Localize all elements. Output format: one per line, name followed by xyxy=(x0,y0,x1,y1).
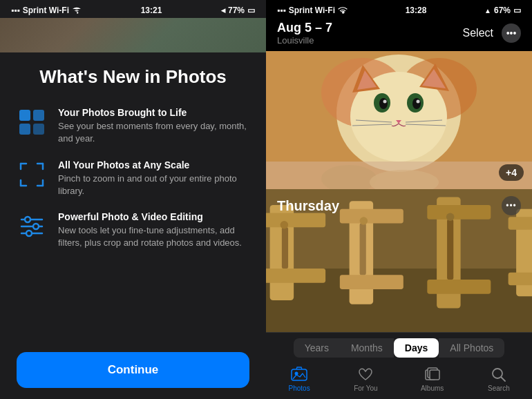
more-button-thursday[interactable]: ••• xyxy=(502,196,521,215)
wifi-icon-right xyxy=(338,6,348,14)
feature-desc-1: See your best moments from every day, mo… xyxy=(58,120,249,145)
svg-point-26 xyxy=(379,98,388,109)
more-button-header[interactable]: ••• xyxy=(502,23,521,43)
feature-item-photos-scale: All Your Photos at Any Scale Pinch to zo… xyxy=(17,159,249,197)
battery-icon-right: ▭ xyxy=(513,6,521,15)
seg-all-photos[interactable]: All Photos xyxy=(439,338,504,358)
albums-tab-icon xyxy=(424,366,441,382)
plus-count-badge: +4 xyxy=(499,164,524,181)
time-left: 13:21 xyxy=(141,6,162,15)
photos-location: Louisville xyxy=(277,35,332,46)
feature-desc-3: New tools let you fine-tune adjustments,… xyxy=(58,224,249,249)
tab-bar: Years Months Days All Photos Photos xyxy=(266,332,532,399)
thursday-header: Thursday ••• xyxy=(266,189,532,222)
whats-new-title: What's New in Photos xyxy=(17,66,249,88)
thursday-label: Thursday xyxy=(277,198,339,214)
wifi-icon xyxy=(72,6,82,14)
feature-icon-sliders xyxy=(17,211,47,242)
signal-icon-right: ▪▪▪ xyxy=(277,6,286,15)
for-you-tab-icon xyxy=(357,366,374,382)
feature-list: Your Photos Brought to Life See your bes… xyxy=(17,107,249,341)
battery-pct-right: 67% xyxy=(494,6,511,15)
photos-tab-icon xyxy=(291,366,307,382)
photos-header: Aug 5 – 7 Louisville Select ••• xyxy=(266,18,532,51)
carrier-name: Sprint Wi-Fi xyxy=(23,6,69,15)
ellipsis-icon-thursday: ••• xyxy=(506,201,517,211)
battery-info-right: ▲ 67% ▭ xyxy=(484,6,521,15)
time-right: 13:28 xyxy=(406,6,427,15)
svg-rect-53 xyxy=(509,273,532,285)
tab-icons: Photos For You xyxy=(266,362,532,399)
feature-item-editing: Powerful Photo & Video Editing New tools… xyxy=(17,211,249,249)
albums-tab-label: Albums xyxy=(421,385,444,392)
top-image-strip xyxy=(0,18,266,52)
segmented-control: Years Months Days All Photos xyxy=(266,333,532,362)
svg-rect-0 xyxy=(19,110,30,121)
feature-text-2: All Your Photos at Any Scale Pinch to zo… xyxy=(58,159,249,197)
gps-icon-right: ▲ xyxy=(484,7,491,14)
feature-text-1: Your Photos Brought to Life See your bes… xyxy=(58,107,249,145)
svg-rect-46 xyxy=(360,223,366,275)
photos-date: Aug 5 – 7 xyxy=(277,21,332,35)
thursday-container[interactable]: Thursday ••• xyxy=(266,189,532,332)
svg-rect-61 xyxy=(430,370,439,380)
svg-rect-49 xyxy=(427,280,491,294)
svg-point-27 xyxy=(412,98,421,109)
feature-title-1: Your Photos Brought to Life xyxy=(58,107,249,118)
ellipsis-icon-header: ••• xyxy=(506,28,517,39)
carrier-name-right: Sprint Wi-Fi xyxy=(289,6,335,15)
feature-item-photos-life: Your Photos Brought to Life See your bes… xyxy=(17,107,249,145)
status-bar-left: ▪▪▪ Sprint Wi-Fi 13:21 ◂ 77% ▭ xyxy=(0,0,266,18)
svg-rect-45 xyxy=(340,275,403,289)
phone-left: ▪▪▪ Sprint Wi-Fi 13:21 ◂ 77% ▭ What's Ne… xyxy=(0,0,266,399)
whats-new-content: What's New in Photos Your Photos Brought… xyxy=(0,52,266,399)
seg-years[interactable]: Years xyxy=(294,338,340,358)
cat-photo-container[interactable]: +4 xyxy=(266,51,532,189)
continue-button[interactable]: Continue xyxy=(17,352,249,388)
feature-icon-grid xyxy=(17,107,47,137)
cat-photo xyxy=(266,51,532,189)
svg-rect-42 xyxy=(282,227,288,269)
tab-search[interactable]: Search xyxy=(478,366,520,392)
feature-title-2: All Your Photos at Any Scale xyxy=(58,159,249,171)
svg-point-29 xyxy=(417,100,420,104)
svg-rect-57 xyxy=(292,369,307,380)
feature-title-3: Powerful Photo & Video Editing xyxy=(58,211,249,222)
svg-rect-3 xyxy=(33,124,44,135)
phone-right: ▪▪▪ Sprint Wi-Fi 13:28 ▲ 67% ▭ Aug 5 – 7… xyxy=(266,0,532,399)
status-bar-right: ▪▪▪ Sprint Wi-Fi 13:28 ▲ 67% ▭ xyxy=(266,0,532,18)
for-you-tab-label: For You xyxy=(354,385,377,392)
location-icon-left: ◂ xyxy=(221,6,225,15)
battery-info-left: ◂ 77% ▭ xyxy=(221,6,255,15)
seg-days[interactable]: Days xyxy=(394,338,439,358)
svg-point-15 xyxy=(33,224,39,229)
tab-albums[interactable]: Albums xyxy=(412,366,453,392)
select-button[interactable]: Select xyxy=(463,27,493,39)
svg-point-13 xyxy=(25,217,30,222)
svg-rect-41 xyxy=(266,269,325,283)
tab-photos[interactable]: Photos xyxy=(278,366,320,392)
svg-line-63 xyxy=(501,378,505,382)
svg-rect-50 xyxy=(447,220,453,280)
feature-desc-2: Pinch to zoom in and out of your entire … xyxy=(58,173,249,197)
seg-months[interactable]: Months xyxy=(340,338,394,358)
svg-rect-1 xyxy=(33,110,44,121)
tab-for-you[interactable]: For You xyxy=(345,366,386,392)
search-tab-label: Search xyxy=(488,385,510,392)
photos-header-actions: Select ••• xyxy=(463,23,521,43)
signal-icon: ▪▪▪ xyxy=(11,6,20,15)
svg-point-18 xyxy=(342,12,343,14)
photos-tab-label: Photos xyxy=(289,385,310,392)
svg-point-17 xyxy=(26,231,32,236)
feature-text-3: Powerful Photo & Video Editing New tools… xyxy=(58,211,249,249)
carrier-info-right: ▪▪▪ Sprint Wi-Fi xyxy=(277,6,348,15)
search-tab-icon xyxy=(491,366,507,382)
photos-date-location: Aug 5 – 7 Louisville xyxy=(277,21,332,46)
battery-icon-left: ▭ xyxy=(247,6,255,15)
svg-point-28 xyxy=(383,100,387,104)
svg-rect-2 xyxy=(19,124,30,135)
battery-pct-left: 77% xyxy=(228,6,245,15)
carrier-info: ▪▪▪ Sprint Wi-Fi xyxy=(11,6,82,15)
feature-icon-zoom xyxy=(17,159,47,190)
